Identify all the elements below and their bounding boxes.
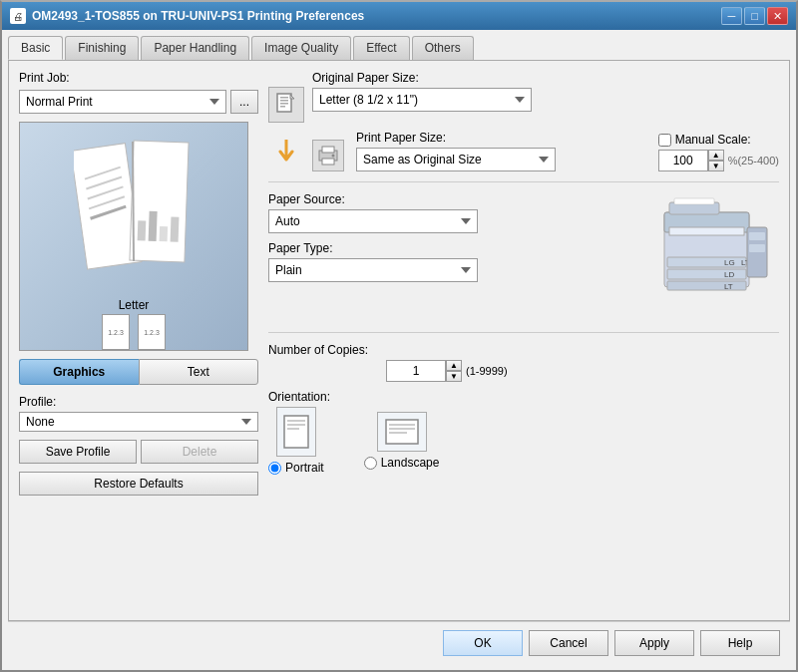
- original-paper-size-select[interactable]: Letter (8 1/2 x 11"): [312, 88, 532, 112]
- paper-source-group: Paper Source: Auto: [268, 192, 603, 233]
- tab-bar: Basic Finishing Paper Handling Image Qua…: [8, 36, 790, 60]
- tab-basic[interactable]: Basic: [8, 36, 63, 60]
- arrow-row: Print Paper Size: Same as Original Size …: [268, 131, 779, 171]
- print-job-row: Normal Print ...: [19, 90, 258, 114]
- profile-select[interactable]: None: [19, 412, 258, 432]
- profile-group: Profile: None: [19, 393, 258, 432]
- printer-machine-svg: LG LT LD LT: [619, 192, 779, 322]
- maximize-button[interactable]: □: [744, 7, 765, 25]
- svg-rect-14: [280, 100, 288, 102]
- scale-up-button[interactable]: ▲: [708, 150, 724, 161]
- manual-scale-checkbox[interactable]: [658, 134, 671, 147]
- portrait-radio-label: Portrait: [268, 461, 324, 475]
- copies-spinner-row: 1 ▲ ▼ (1-9999): [386, 360, 508, 382]
- paper-icon: [274, 93, 298, 117]
- printer-paper-icon: [312, 140, 344, 171]
- page-icon-1: 1.2.3: [102, 314, 130, 350]
- paper-source-select[interactable]: Auto: [268, 209, 478, 233]
- arrow-down-icon: [276, 140, 296, 164]
- close-button[interactable]: ✕: [767, 7, 788, 25]
- print-job-select[interactable]: Normal Print: [19, 90, 226, 114]
- copies-input[interactable]: 1: [386, 360, 446, 382]
- svg-rect-41: [389, 424, 415, 426]
- scale-range-label: %(25-400): [728, 155, 779, 167]
- print-job-dots-button[interactable]: ...: [230, 90, 258, 114]
- print-paper-row: Print Paper Size: Same as Original Size …: [312, 131, 779, 171]
- orientation-group: Orientation:: [268, 390, 779, 475]
- tab-finishing[interactable]: Finishing: [65, 36, 139, 60]
- copies-spinner-btns: ▲ ▼: [446, 360, 462, 382]
- restore-defaults-button[interactable]: Restore Defaults: [19, 472, 258, 496]
- tab-others[interactable]: Others: [412, 36, 474, 60]
- copies-down-button[interactable]: ▼: [446, 371, 462, 382]
- copies-spinner: 1 ▲ ▼: [386, 360, 462, 382]
- tab-effect[interactable]: Effect: [353, 36, 409, 60]
- cancel-button[interactable]: Cancel: [529, 630, 608, 656]
- svg-rect-9: [160, 226, 169, 241]
- portrait-option: Portrait: [268, 407, 324, 475]
- printer-icon: [317, 145, 339, 167]
- page-icon-2: 1.2.3: [138, 314, 166, 350]
- arrow-spacer: [268, 140, 304, 164]
- title-bar: 🖨 OM2493_1-TOS855 on TRU-UNIV-PS1 Printi…: [2, 2, 796, 30]
- save-profile-button[interactable]: Save Profile: [19, 440, 137, 464]
- landscape-icon: [377, 412, 427, 452]
- svg-line-11: [133, 142, 134, 261]
- svg-rect-10: [171, 216, 180, 241]
- svg-text:LD: LD: [724, 270, 734, 279]
- original-paper-size-label: Original Paper Size:: [312, 71, 779, 85]
- svg-rect-32: [749, 232, 765, 240]
- svg-text:LG: LG: [724, 258, 735, 267]
- portrait-radio[interactable]: [268, 462, 281, 475]
- svg-rect-18: [322, 147, 334, 153]
- tab-image-quality[interactable]: Image Quality: [251, 36, 351, 60]
- scale-down-button[interactable]: ▼: [708, 161, 724, 171]
- svg-rect-16: [280, 106, 285, 108]
- paper-type-group: Paper Type: Plain: [268, 241, 603, 282]
- landscape-radio[interactable]: [364, 457, 377, 470]
- svg-rect-8: [149, 211, 158, 241]
- portrait-icon: [276, 407, 316, 457]
- svg-rect-19: [322, 159, 334, 165]
- print-job-label: Print Job:: [19, 71, 258, 85]
- scale-spinner: 100 ▲ ▼: [658, 150, 724, 171]
- tab-paper-handling[interactable]: Paper Handling: [141, 36, 249, 60]
- svg-rect-35: [674, 198, 714, 204]
- ok-button[interactable]: OK: [443, 630, 523, 656]
- window-controls: ─ □ ✕: [721, 7, 788, 25]
- graphics-button[interactable]: Graphics: [19, 359, 139, 385]
- print-paper-size-select[interactable]: Same as Original Size: [356, 148, 556, 171]
- apply-button[interactable]: Apply: [614, 630, 694, 656]
- help-button[interactable]: Help: [700, 630, 780, 656]
- copies-up-button[interactable]: ▲: [446, 360, 462, 371]
- copies-group: Number of Copies: 1 ▲ ▼: [268, 343, 779, 382]
- svg-rect-39: [287, 428, 299, 430]
- landscape-radio-label: Landscape: [364, 456, 440, 470]
- landscape-label: Landscape: [381, 456, 440, 470]
- tab-content: Print Job: Normal Print ...: [8, 60, 790, 621]
- profile-label: Profile:: [19, 395, 258, 409]
- source-type-selects: Paper Source: Auto Paper Type: Plain: [268, 192, 603, 282]
- spacer: [268, 233, 603, 241]
- paper-preview-svg: [74, 132, 194, 281]
- printer-illustration: LG LT LD LT: [619, 192, 779, 322]
- paper-source-label: Paper Source:: [268, 192, 603, 206]
- print-paper-size-label: Print Paper Size:: [356, 131, 646, 145]
- portrait-label: Portrait: [285, 461, 324, 475]
- original-paper-size-section: Original Paper Size: Letter (8 1/2 x 11"…: [268, 71, 779, 123]
- svg-rect-26: [667, 281, 746, 290]
- minimize-button[interactable]: ─: [721, 7, 742, 25]
- window-icon: 🖨: [10, 8, 26, 24]
- text-button[interactable]: Text: [139, 359, 259, 385]
- scale-input[interactable]: 100: [658, 150, 708, 171]
- original-paper-size-form: Original Paper Size: Letter (8 1/2 x 11"…: [312, 71, 779, 112]
- original-paper-icon: [268, 87, 304, 123]
- svg-rect-33: [749, 244, 765, 252]
- delete-button[interactable]: Delete: [141, 440, 258, 464]
- graphics-text-toggle: Graphics Text: [19, 359, 258, 385]
- right-panel: Original Paper Size: Letter (8 1/2 x 11"…: [268, 71, 779, 610]
- copies-label: Number of Copies:: [268, 343, 779, 357]
- paper-type-select[interactable]: Plain: [268, 258, 478, 282]
- bottom-bar: OK Cancel Apply Help: [8, 621, 790, 664]
- print-job-group: Print Job: Normal Print ...: [19, 71, 258, 114]
